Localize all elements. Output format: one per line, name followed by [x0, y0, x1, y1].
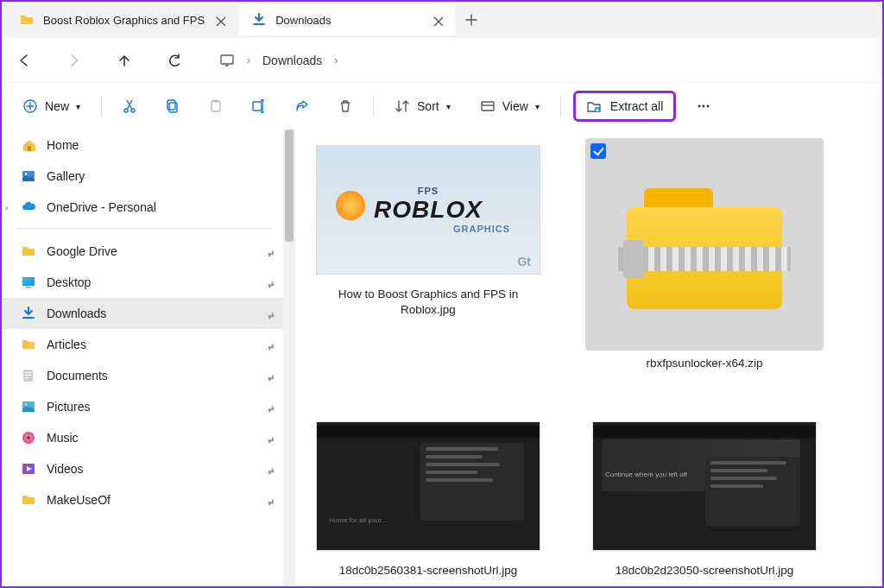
trash-icon — [338, 98, 353, 114]
file-name: 18dc0b2560381-screenshotUrl.jpg — [339, 563, 517, 579]
thumbnail: Continue where you left off — [592, 421, 817, 551]
new-label: New — [45, 99, 69, 113]
back-button[interactable] — [10, 47, 38, 74]
chevron-right-icon: › — [247, 54, 250, 66]
sidebar-item-label: Desktop — [47, 275, 91, 289]
file-item[interactable]: Continue where you left off 18dc0b2d2305… — [592, 414, 817, 579]
onedrive-icon — [21, 199, 36, 215]
pin-icon — [262, 492, 277, 508]
sort-label: Sort — [417, 99, 439, 113]
thumb-text: FPS — [418, 186, 439, 196]
tab-downloads[interactable]: Downloads — [239, 4, 455, 35]
separator — [373, 96, 374, 117]
forward-button[interactable] — [60, 47, 88, 74]
gallery-icon — [21, 168, 36, 184]
pin-icon — [262, 306, 277, 321]
folder-icon — [21, 337, 36, 352]
pin-icon — [262, 243, 277, 259]
sidebar-item-makeuseof[interactable]: MakeUseOf — [2, 484, 287, 515]
thumb-text: GRAPHICS — [453, 224, 510, 234]
rename-button[interactable] — [243, 91, 275, 122]
tab-label: Boost Roblox Graphics and FPS — [43, 14, 205, 27]
breadcrumb[interactable]: › Downloads › — [219, 53, 338, 68]
download-icon — [21, 306, 36, 321]
share-button[interactable] — [287, 91, 318, 122]
body: Home Gallery › OneDrive - Personal Googl… — [2, 130, 882, 586]
new-tab-button[interactable] — [457, 5, 486, 35]
more-button[interactable] — [688, 91, 719, 122]
sidebar-item-desktop[interactable]: Desktop — [2, 267, 287, 298]
documents-icon — [21, 368, 36, 383]
extract-label: Extract all — [610, 99, 663, 113]
file-item[interactable]: rbxfpsunlocker-x64.zip — [592, 138, 817, 371]
download-icon — [251, 12, 267, 28]
sidebar-item-onedrive[interactable]: › OneDrive - Personal — [2, 192, 287, 223]
refresh-button[interactable] — [161, 47, 188, 74]
desktop-icon — [21, 275, 36, 290]
more-icon — [696, 98, 711, 114]
separator — [101, 96, 102, 117]
pin-icon — [262, 430, 277, 446]
view-button[interactable]: View ▾ — [471, 93, 548, 119]
sidebar-item-google-drive[interactable]: Google Drive — [2, 236, 287, 267]
tab-label: Downloads — [275, 14, 331, 27]
sidebar-item-documents[interactable]: Documents — [2, 360, 287, 391]
chevron-right-icon[interactable]: › — [334, 54, 338, 66]
copy-icon — [165, 98, 180, 114]
file-item[interactable]: Home for all your... 18dc0b2560381-scree… — [316, 414, 540, 579]
extract-icon — [586, 98, 603, 114]
folder-icon — [21, 492, 36, 508]
file-name: rbxfpsunlocker-x64.zip — [646, 356, 762, 371]
pin-icon — [262, 337, 277, 352]
thumb-text: Gt — [517, 255, 531, 269]
pin-icon — [262, 461, 277, 477]
sidebar-item-downloads[interactable]: Downloads — [2, 298, 287, 329]
thumbnail: Home for all your... — [316, 421, 540, 551]
thumb-text: ROBLOX — [374, 196, 483, 224]
sidebar: Home Gallery › OneDrive - Personal Googl… — [2, 130, 295, 586]
sidebar-item-label: Pictures — [47, 400, 91, 414]
sidebar-item-home[interactable]: Home — [2, 130, 287, 161]
close-icon[interactable] — [431, 14, 443, 26]
extract-all-button[interactable]: Extract all — [573, 91, 676, 122]
scrollbar-thumb[interactable] — [285, 130, 294, 242]
up-button[interactable] — [110, 47, 138, 74]
delete-button[interactable] — [330, 91, 361, 122]
sidebar-item-label: OneDrive - Personal — [47, 200, 156, 214]
music-icon — [21, 430, 36, 446]
pin-icon — [262, 275, 277, 290]
sidebar-item-gallery[interactable]: Gallery — [2, 161, 287, 192]
cut-button[interactable] — [114, 91, 145, 122]
file-name: How to Boost Graphics and FPS in Roblox.… — [316, 287, 540, 318]
sidebar-item-label: Downloads — [47, 307, 106, 320]
chevron-right-icon[interactable]: › — [5, 202, 9, 212]
chevron-down-icon: ▾ — [76, 102, 80, 111]
pictures-icon — [21, 399, 36, 414]
sidebar-item-pictures[interactable]: Pictures — [2, 391, 287, 422]
folder-icon — [19, 12, 35, 28]
sort-button[interactable]: Sort ▾ — [386, 93, 459, 119]
sidebar-item-label: MakeUseOf — [47, 493, 110, 507]
tabs-bar: Boost Roblox Graphics and FPS Downloads — [2, 2, 882, 38]
separator — [17, 228, 271, 229]
new-button[interactable]: New ▾ — [14, 93, 89, 119]
chevron-down-icon: ▾ — [535, 102, 540, 111]
nav-bar: › Downloads › — [2, 38, 882, 83]
sidebar-item-label: Videos — [47, 462, 84, 476]
sidebar-item-label: Gallery — [47, 169, 85, 183]
paste-icon — [208, 98, 224, 114]
file-item[interactable]: FPS ROBLOX GRAPHICS Gt How to Boost Grap… — [316, 138, 540, 371]
tab-boost-roblox[interactable]: Boost Roblox Graphics and FPS — [7, 4, 237, 35]
sidebar-item-music[interactable]: Music — [2, 422, 287, 453]
copy-button[interactable] — [157, 91, 188, 122]
scrollbar[interactable] — [283, 130, 295, 586]
thumbnail: FPS ROBLOX GRAPHICS Gt — [316, 145, 540, 275]
sidebar-item-label: Articles — [47, 338, 86, 351]
breadcrumb-location[interactable]: Downloads — [262, 54, 322, 67]
paste-button[interactable] — [200, 91, 231, 122]
plus-circle-icon — [22, 98, 38, 114]
sidebar-item-articles[interactable]: Articles — [2, 329, 287, 360]
close-icon[interactable] — [213, 14, 225, 26]
file-name: 18dc0b2d23050-screenshotUrl.jpg — [616, 563, 793, 579]
sidebar-item-videos[interactable]: Videos — [2, 453, 287, 484]
